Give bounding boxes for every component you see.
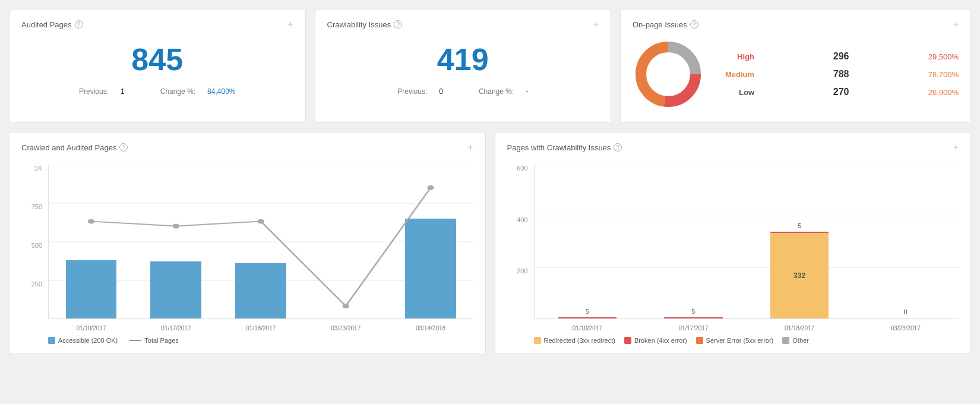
y-axis-crawled: 1K 750 500 250 (21, 165, 45, 319)
onpage-title: On-page Issues ? (633, 20, 698, 29)
legend-line-icon (129, 340, 141, 341)
bar-group-3: 01/18/2017 (219, 165, 304, 318)
bar-group-4: 03/23/2017 (304, 165, 388, 318)
bar-3 (235, 263, 286, 318)
audited-pages-title: Audited Pages ? (21, 20, 83, 29)
crawlability-title: Crawlability Issues ? (327, 20, 403, 29)
crawled-audited-info-icon[interactable]: ? (119, 143, 128, 152)
onpage-issues-table: High 296 29,500% Medium 788 78,700% Low … (716, 48, 959, 101)
crawl-bar-group-2: 5 01/17/2017 (640, 165, 747, 318)
crawl-bar-group-1: 5 01/10/2017 (535, 165, 641, 318)
high-issues-row: High 296 29,500% (716, 48, 959, 65)
bar-5 (405, 219, 456, 318)
audited-pages-value: 845 (21, 36, 293, 80)
bar-2 (150, 261, 201, 318)
audited-pages-add-icon[interactable]: + (287, 19, 293, 30)
crawl-bar-group-3: 332 5 01/18/2017 (747, 165, 853, 318)
onpage-info-icon[interactable]: ? (690, 20, 698, 29)
bar-group-5: 03/14/2018 (388, 165, 473, 318)
crawlability-info-icon[interactable]: ? (394, 20, 402, 29)
low-issues-row: Low 270 26,900% (716, 83, 959, 101)
audited-pages-change: Change %: 84,400% (160, 87, 236, 96)
crawlability-change: Change %: - (479, 87, 528, 96)
crawl-bar-group-4: 0 03/23/2017 (852, 165, 959, 318)
crawlability-chart-info-icon[interactable]: ? (614, 143, 622, 152)
crawlability-chart-title: Pages with Crawlability Issues ? (507, 143, 622, 152)
bar-group-1: 01/10/2017 (49, 165, 134, 318)
onpage-donut-chart (633, 39, 704, 110)
audited-pages-previous: Previous: 1 (79, 87, 125, 96)
crawlability-previous: Previous: 0 (397, 87, 443, 96)
legend-other-icon (782, 337, 789, 344)
legend-bar-icon (48, 337, 55, 344)
bar-1 (66, 260, 117, 318)
crawled-audited-add-icon[interactable]: + (467, 142, 473, 153)
chart-area-crawled: 01/10/2017 01/17/2017 01/18/2017 (48, 165, 473, 319)
crawlability-chart-card: Pages with Crawlability Issues ? + 600 4… (495, 132, 972, 354)
crawlability-add-icon[interactable]: + (593, 19, 599, 30)
crawlability-value: 419 (327, 36, 599, 80)
crawled-audited-card: Crawled and Audited Pages ? + 1K 750 500… (9, 132, 486, 354)
svg-point-4 (647, 53, 690, 96)
crawl-chart-area: 5 01/10/2017 5 01/1 (534, 165, 959, 319)
medium-issues-row: Medium 788 78,700% (716, 65, 959, 83)
crawlability-issues-chart: 600 400 200 (507, 159, 959, 344)
crawlability-legend: Redirected (3xx redirect) Broken (4xx er… (507, 337, 959, 344)
audited-pages-info-icon[interactable]: ? (75, 20, 83, 29)
legend-broken-icon (624, 337, 631, 344)
crawled-audited-title: Crawled and Audited Pages ? (21, 143, 128, 152)
legend-redirected-icon (534, 337, 541, 344)
legend-server-icon (696, 337, 703, 344)
crawled-audited-legend: Accessible (200 OK) Total Pages (21, 337, 473, 344)
bar-group-2: 01/17/2017 (134, 165, 219, 318)
chart-inner-crawled: 01/10/2017 01/17/2017 01/18/2017 (48, 165, 473, 319)
onpage-add-icon[interactable]: + (953, 19, 959, 30)
y-axis-crawlability: 600 400 200 (507, 165, 531, 319)
onpage-issues-card: On-page Issues ? + (620, 9, 971, 123)
crawlability-chart-add-icon[interactable]: + (953, 142, 959, 153)
crawled-audited-chart: 1K 750 500 250 (21, 159, 473, 344)
crawlability-issues-card: Crawlability Issues ? + 419 Previous: 0 … (315, 9, 612, 123)
audited-pages-card: Audited Pages ? + 845 Previous: 1 Change… (9, 9, 306, 123)
